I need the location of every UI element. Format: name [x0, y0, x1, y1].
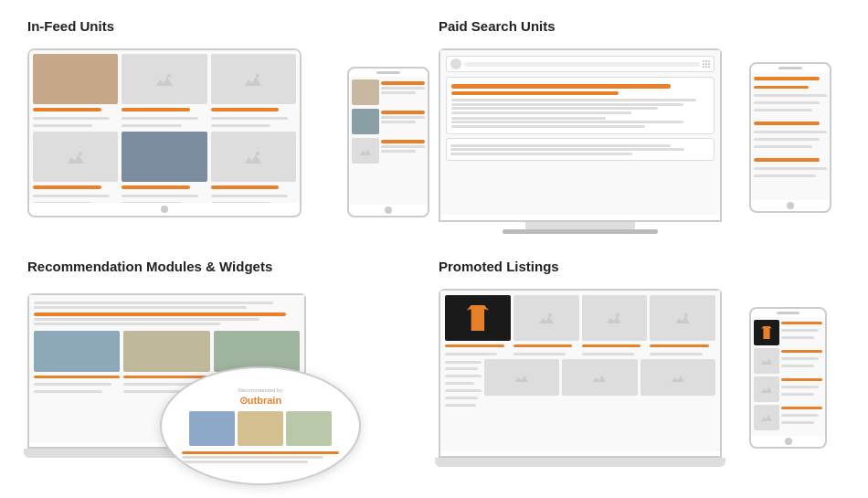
outbrain-bars	[182, 450, 340, 464]
phone-home-button-in-feed	[385, 207, 392, 214]
phone-img-1	[352, 79, 379, 105]
phone-promo-row3	[754, 376, 822, 402]
phone-promo-row1	[754, 320, 822, 345]
section-paid-search: Paid Search Units	[439, 18, 841, 240]
search-bar-fill	[464, 62, 700, 67]
phone-promoted	[749, 307, 827, 449]
promoted-layout-row2	[445, 359, 715, 408]
phone-promo-row4	[754, 405, 822, 430]
tablet-in-feed	[27, 48, 302, 217]
phone-screen-paid-search	[751, 72, 830, 200]
promoted-device-group	[439, 289, 841, 481]
svg-point-0	[167, 74, 171, 78]
laptop-base-promoted	[435, 458, 725, 467]
tablet-screen-in-feed	[29, 50, 300, 203]
promo-img-4	[650, 295, 715, 341]
monitor-stand-paid-search	[525, 222, 635, 229]
outbrain-images-row	[189, 411, 332, 446]
search-bar-row	[446, 56, 715, 72]
phone-promo-img-3	[754, 376, 779, 402]
promo-img-featured	[445, 295, 511, 341]
img-placeholder-2	[122, 54, 206, 104]
infeed-cell-3	[211, 54, 296, 128]
section-title-paid-search: Paid Search Units	[439, 18, 841, 34]
promo-img-2	[513, 295, 579, 341]
img-placeholder-3	[211, 54, 296, 104]
promoted-grid-row1	[445, 295, 715, 356]
search-result-2	[446, 138, 715, 161]
promo-grid-img-1	[484, 359, 559, 396]
infeed-cell-1	[33, 54, 118, 128]
outbrain-recommended-label: Recommended by	[238, 387, 283, 393]
tablet-home-button	[161, 206, 168, 213]
infeed-cell-4	[33, 132, 118, 203]
grid-dots-icon	[703, 60, 710, 68]
img-photo-5	[122, 132, 206, 182]
svg-point-1	[256, 74, 259, 78]
section-promoted: Promoted Listings	[439, 259, 841, 490]
phone-in-feed	[347, 67, 429, 217]
section-title-in-feed: In-Feed Units	[27, 18, 429, 34]
search-circle-icon	[450, 58, 461, 69]
img-photo-1	[33, 54, 118, 104]
svg-point-6	[684, 313, 688, 317]
phone-speaker-promoted	[777, 312, 799, 314]
phone-img-3	[352, 138, 379, 164]
in-feed-device-group	[27, 48, 429, 240]
phone-promo-row2	[754, 348, 822, 374]
promo-grid-img-2	[562, 359, 637, 396]
svg-point-4	[548, 313, 552, 317]
rec-img-3	[214, 331, 300, 372]
promo-grid-row2	[484, 359, 715, 408]
phone-speaker-paid-search	[778, 67, 802, 69]
promo-cell-4	[650, 295, 715, 356]
rec-img-1	[34, 331, 120, 372]
outbrain-brand-label: ⊙utbrain	[239, 395, 281, 407]
phone-home-button-paid-search	[787, 202, 794, 209]
promo-cell-3	[582, 295, 648, 356]
phone-promo-img-2	[754, 348, 779, 374]
promo-grid-img-3	[640, 359, 715, 396]
page-container: In-Feed Units	[0, 0, 868, 498]
promo-cell-featured	[445, 295, 511, 356]
paid-search-device-group	[439, 48, 841, 240]
outbrain-img-2	[238, 411, 283, 446]
svg-point-2	[79, 152, 82, 155]
laptop-promoted	[439, 289, 722, 458]
infeed-cell-6	[211, 132, 296, 203]
monitor-paid-search	[439, 48, 722, 222]
promo-cell-2	[513, 295, 579, 356]
outbrain-img-3	[286, 411, 332, 446]
infeed-cell-5	[122, 132, 206, 203]
section-title-recommendation: Recommendation Modules & Widgets	[27, 259, 429, 274]
section-recommendation: Recommendation Modules & Widgets	[27, 259, 429, 490]
monitor-base-paid-search	[503, 229, 658, 234]
phone-speaker-in-feed	[376, 71, 400, 74]
promo-sidebar	[445, 359, 482, 408]
outbrain-oval: Recommended by ⊙utbrain	[160, 366, 361, 485]
search-result-1	[446, 77, 715, 134]
monitor-screen-paid-search	[440, 50, 720, 215]
phone-img-2	[352, 109, 379, 134]
phone-promo-img-4	[754, 405, 779, 430]
svg-point-5	[616, 313, 619, 317]
phone-screen-promoted	[751, 317, 825, 436]
rec-device-group: Recommended by ⊙utbrain	[27, 289, 429, 490]
infeed-cell-2	[122, 54, 206, 128]
phone-home-button-promoted	[785, 438, 792, 445]
section-title-promoted: Promoted Listings	[439, 259, 841, 274]
img-placeholder-6	[211, 132, 296, 182]
phone-paid-search	[749, 62, 831, 213]
laptop-screen-promoted	[440, 291, 720, 451]
phone-screen-in-feed	[349, 77, 428, 205]
section-in-feed: In-Feed Units	[27, 18, 429, 240]
promo-img-3	[582, 295, 648, 341]
phone-promo-img-featured	[754, 320, 779, 345]
rec-img-2	[123, 331, 209, 372]
rec-card-1	[34, 331, 120, 395]
img-placeholder-4	[33, 132, 118, 182]
svg-point-3	[256, 152, 259, 155]
outbrain-img-1	[189, 411, 235, 446]
